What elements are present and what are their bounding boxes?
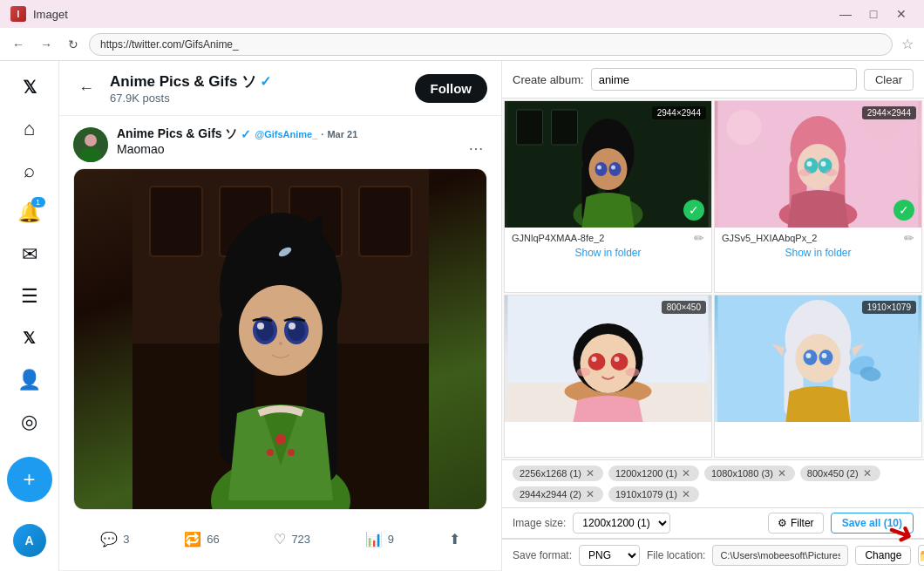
profile-info: Anime Pics & Gifs ソ ✓ 67.9K posts [110, 71, 415, 105]
filter-button[interactable]: ⚙ Filter [768, 513, 824, 534]
sidebar-item-profile[interactable]: 👤 [10, 361, 49, 399]
sidebar-item-messages[interactable]: ✉ [10, 235, 49, 274]
tweet-area: ← Anime Pics & Gifs ソ ✓ 67.9K posts Foll… [59, 61, 502, 571]
svg-point-38 [595, 162, 608, 176]
notification-badge: 1 [31, 197, 45, 207]
svg-point-22 [279, 342, 282, 345]
image-grid: 2944×2944 ✓ GJNlqP4XMAA-8fe_2 ✏ Show in … [502, 99, 924, 459]
filter-tag-5: 2944x2944 (2) ✕ [513, 486, 603, 502]
filter-tag-5-remove[interactable]: ✕ [584, 489, 596, 500]
image-2-dimensions: 2944×2944 [862, 106, 916, 119]
image-preview-3[interactable]: 800×450 [505, 296, 711, 422]
filter-tag-2: 1200x1200 (1) ✕ [608, 466, 699, 481]
like-button[interactable]: ♡ 723 [267, 526, 317, 553]
file-location-label: File location: [647, 549, 705, 561]
filter-tag-3-label: 1080x1080 (3) [711, 468, 773, 479]
close-button[interactable]: ✕ [889, 5, 914, 23]
svg-point-24 [267, 449, 274, 456]
filter-tag-1-remove[interactable]: ✕ [584, 468, 596, 479]
file-location-input[interactable] [712, 545, 848, 566]
clear-button[interactable]: Clear [864, 69, 914, 91]
filter-tag-4-remove[interactable]: ✕ [861, 468, 873, 479]
format-select[interactable]: PNG JPG WEBP [579, 545, 640, 566]
svg-rect-31 [517, 110, 543, 145]
size-filter-select[interactable]: 1200x1200 (1) [573, 513, 670, 534]
views-count: 9 [388, 533, 394, 546]
titlebar: I Imaget — □ ✕ [0, 0, 924, 28]
refresh-button[interactable]: ↻ [63, 34, 84, 55]
follow-button[interactable]: Follow [415, 74, 488, 103]
svg-point-67 [626, 368, 640, 377]
twitter-sidebar: 𝕏 ⌂ ⌕ 🔔 1 ✉ ☰ 𝕏 👤 ◎ + A [0, 61, 59, 571]
maximize-button[interactable]: □ [861, 5, 886, 23]
retweet-button[interactable]: 🔁 66 [177, 526, 226, 553]
image-preview-2[interactable]: 2944×2944 ✓ [715, 101, 921, 228]
filter-tag-2-remove[interactable]: ✕ [680, 468, 692, 479]
sidebar-item-lists[interactable]: ☰ [10, 277, 49, 316]
sidebar-item-communities[interactable]: ◎ [10, 403, 49, 441]
image-card-3: 800×450 [504, 295, 712, 458]
filter-tag-5-label: 2944x2944 (2) [520, 489, 581, 500]
svg-point-53 [807, 161, 812, 167]
image-1-filename-row: GJNlqP4XMAA-8fe_2 ✏ [512, 231, 704, 245]
size-filter-row: Image size: 1200x1200 (1) ⚙ Filter Save … [502, 508, 924, 539]
image-1-edit-icon[interactable]: ✏ [694, 231, 704, 245]
comment-button[interactable]: 💬 3 [93, 526, 136, 553]
share-button[interactable]: ⬆ [442, 526, 467, 553]
svg-point-55 [799, 169, 812, 176]
svg-point-76 [806, 353, 812, 358]
tweet-header: ← Anime Pics & Gifs ソ ✓ 67.9K posts Foll… [59, 61, 501, 116]
image-2-filename-row: GJSv5_HXIAAbqPx_2 ✏ [722, 231, 914, 245]
user-avatar[interactable]: A [13, 524, 46, 557]
image-4-info [715, 422, 921, 429]
sidebar-item-x2[interactable]: 𝕏 [10, 319, 49, 357]
forward-button[interactable]: → [35, 34, 58, 55]
sidebar-item-notifications[interactable]: 🔔 1 [10, 194, 49, 232]
image-2-show-folder[interactable]: Show in folder [722, 245, 914, 261]
filter-tag-1: 2256x1268 (1) ✕ [513, 466, 603, 481]
filter-tag-3: 1080x1080 (3) ✕ [704, 466, 795, 481]
sidebar-item-home[interactable]: ⌂ [10, 110, 49, 148]
sidebar-item-x-logo[interactable]: 𝕏 [10, 68, 49, 106]
image-card-4: 1910×1079 [714, 295, 922, 458]
sidebar-item-search[interactable]: ⌕ [10, 152, 49, 190]
tweet-separator: · [321, 129, 323, 139]
retweet-icon: 🔁 [184, 531, 201, 547]
filter-tags-row: 2256x1268 (1) ✕ 1200x1200 (1) ✕ 1080x108… [502, 459, 924, 508]
share-icon: ⬆ [449, 531, 460, 547]
minimize-button[interactable]: — [833, 5, 858, 23]
address-input[interactable] [89, 33, 893, 56]
app-title: Imaget [33, 8, 68, 21]
views-button[interactable]: 📊 9 [358, 526, 401, 553]
back-button[interactable]: ← [7, 34, 30, 55]
tweet-more-button[interactable]: … [465, 133, 487, 158]
bookmark-button[interactable]: ☆ [898, 32, 917, 56]
svg-point-77 [822, 353, 827, 358]
format-label: Save format: [513, 549, 572, 561]
image-preview-1[interactable]: 2944×2944 ✓ [505, 101, 711, 228]
main-content: 𝕏 ⌂ ⌕ 🔔 1 ✉ ☰ 𝕏 👤 ◎ + A ← Anime Pics & G… [0, 61, 924, 571]
svg-rect-8 [359, 187, 411, 256]
retweet-count: 66 [207, 533, 219, 546]
filter-tag-2-label: 1200x1200 (1) [615, 468, 677, 479]
image-1-check: ✓ [683, 200, 704, 221]
filter-tag-4-label: 800x450 (2) [807, 468, 859, 479]
image-preview-4[interactable]: 1910×1079 [715, 296, 921, 422]
album-input[interactable] [591, 68, 857, 91]
svg-rect-32 [552, 110, 578, 145]
svg-point-41 [611, 166, 615, 170]
image-2-edit-icon[interactable]: ✏ [904, 231, 914, 245]
titlebar-left: I Imaget [10, 6, 68, 22]
filter-tag-6: 1910x1079 (1) ✕ [608, 486, 699, 502]
svg-point-56 [825, 169, 838, 176]
filter-tag-3-remove[interactable]: ✕ [776, 468, 788, 479]
back-profile-button[interactable]: ← [73, 74, 99, 103]
bottom-row: Save format: PNG JPG WEBP File location:… [502, 539, 924, 571]
comment-icon: 💬 [100, 531, 118, 547]
compose-button[interactable]: + [7, 457, 52, 502]
views-icon: 📊 [365, 531, 383, 547]
filter-tag-6-remove[interactable]: ✕ [680, 489, 692, 500]
open-folder-button[interactable]: 📁 [918, 545, 924, 566]
image-1-show-folder[interactable]: Show in folder [512, 245, 704, 261]
tweet-image[interactable] [73, 168, 487, 510]
